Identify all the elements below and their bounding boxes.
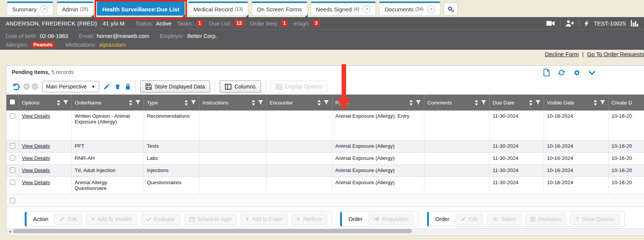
perspective-select[interactable]: Main Perspective ▼: [42, 81, 99, 92]
column-header-comments: Comments: [424, 95, 489, 111]
filter-funnel-icon[interactable]: [63, 100, 68, 105]
settings-cogs-button[interactable]: [444, 3, 457, 15]
show-questionnaire-button[interactable]: ? Show Questio: [570, 214, 620, 225]
view-details-link[interactable]: View Details: [22, 143, 50, 149]
filter-funnel-icon[interactable]: [481, 100, 486, 105]
view-details-link[interactable]: View Details: [22, 155, 50, 161]
plus-icon: +: [91, 216, 94, 222]
new-document-icon[interactable]: [543, 69, 550, 76]
row-checkbox[interactable]: [10, 180, 15, 185]
add-to-waitlist-button[interactable]: + Add To Waitlist: [86, 214, 137, 225]
esign-label: eSign:: [294, 20, 310, 27]
evaluate-button[interactable]: Evaluate: [141, 214, 180, 225]
flowsheet-chart-icon[interactable]: [631, 20, 638, 27]
filter-funnel-icon[interactable]: [324, 100, 329, 105]
add-to-exam-button[interactable]: Add to Exam: [241, 214, 288, 225]
allergy-badge[interactable]: Peanuts: [31, 41, 55, 48]
horizontal-scrollbar[interactable]: [7, 228, 644, 234]
employer-label: Employer:: [160, 33, 185, 39]
tab-count: (4): [354, 6, 359, 12]
filter-funnel-icon[interactable]: [416, 100, 421, 105]
sort-icon[interactable]: [475, 100, 478, 106]
due-list-label: Due List:: [209, 20, 231, 27]
sort-icon[interactable]: [409, 100, 413, 106]
tab-health-surveillance-due-list[interactable]: Health Surveillance:Due List: [97, 2, 185, 16]
row-checkbox[interactable]: [10, 113, 15, 118]
patient-name: ANDERSON, FREDERICK (FRED): [6, 20, 97, 27]
panel-header: Pending Items, 5 records: [6, 66, 644, 79]
display-options-button[interactable]: Display Options: [271, 81, 328, 93]
edit-perspective-pencil-icon[interactable]: [103, 83, 110, 90]
external-link-icon[interactable]: ↗: [427, 5, 435, 13]
gear-icon[interactable]: [573, 69, 581, 76]
panel-record-count: 5 records: [52, 69, 74, 75]
view-details-link[interactable]: View Details: [22, 167, 50, 173]
tab-medical-record[interactable]: Medical Record (13): [188, 2, 248, 16]
employer-value: Better Corp.: [187, 33, 217, 39]
bolt-icon[interactable]: [584, 20, 589, 27]
next-arrow-button[interactable]: ›: [32, 83, 38, 90]
order-edit-button[interactable]: Edit: [456, 214, 483, 225]
perform-button[interactable]: Perform: [291, 214, 327, 225]
refresh-icon[interactable]: [558, 69, 565, 76]
prev-arrow-button[interactable]: ‹: [23, 83, 30, 90]
sort-icon[interactable]: [593, 100, 597, 106]
filter-funnel-icon[interactable]: [191, 100, 196, 105]
edit-button[interactable]: Edit: [54, 214, 82, 225]
patient-details: Date of birth: 02-08-1983 Email: horner@…: [0, 29, 644, 50]
sort-icon[interactable]: [184, 100, 188, 106]
row-checkbox[interactable]: [10, 143, 15, 148]
video-camera-icon[interactable]: [546, 21, 555, 26]
filter-funnel-icon[interactable]: [600, 100, 605, 105]
sort-icon[interactable]: [252, 100, 255, 106]
scrollbar-thumb[interactable]: [13, 229, 412, 233]
columns-button[interactable]: Columns: [220, 81, 261, 93]
row-checkbox[interactable]: [10, 155, 15, 161]
order-req-count-badge[interactable]: 1: [281, 20, 288, 27]
collapse-chevron-down-icon[interactable]: [589, 71, 595, 75]
sort-icon[interactable]: [129, 100, 133, 106]
undo-icon[interactable]: [11, 82, 20, 91]
tab-count: (13): [235, 6, 243, 12]
sort-icon[interactable]: [317, 100, 321, 106]
tab-documents[interactable]: Documents (34) ↗: [379, 2, 440, 16]
order-status-button[interactable]: Status: [487, 214, 522, 225]
sort-icon[interactable]: [529, 100, 533, 106]
lock-perspective-icon[interactable]: [125, 83, 131, 90]
select-all-checkbox[interactable]: [10, 99, 15, 104]
filter-funnel-icon[interactable]: [535, 100, 541, 105]
dob-label: Date of birth:: [6, 33, 37, 39]
add-person-icon[interactable]: [565, 20, 574, 27]
go-to-order-requests-link[interactable]: Go To Order Requests: [587, 51, 644, 57]
decline-form-link[interactable]: Decline Form: [545, 51, 579, 57]
tab-label: Health Surveillance:Due List: [102, 6, 179, 13]
filter-funnel-icon[interactable]: [135, 100, 141, 105]
tab-on-screen-forms[interactable]: On Screen Forms: [252, 2, 307, 16]
tab-fold-corner-icon: [246, 14, 248, 17]
requisition-button[interactable]: Requisition: [369, 214, 414, 225]
tab-summary[interactable]: Summary ↗: [7, 2, 53, 16]
footer-checkbox[interactable]: [10, 198, 15, 203]
esign-count-badge[interactable]: 3: [313, 20, 320, 27]
view-details-link[interactable]: View Details: [22, 113, 50, 119]
due-list-count-badge[interactable]: 12: [234, 20, 244, 27]
grid-toolbar: ‹ › Main Perspective ▼ Store Displayed D…: [6, 79, 644, 95]
view-details-link[interactable]: View Details: [22, 180, 50, 185]
filter-funnel-icon[interactable]: [258, 100, 263, 105]
row-checkbox[interactable]: [10, 167, 15, 173]
tab-admin[interactable]: Admin (15): [57, 2, 93, 16]
tab-needs-signed[interactable]: Needs Signed (4) ↗: [311, 2, 376, 16]
order-revisions-button[interactable]: Revisions: [525, 214, 566, 225]
order-req-label: Order Req:: [250, 20, 278, 27]
sort-icon[interactable]: [57, 100, 60, 106]
tasks-count-badge[interactable]: 1: [196, 20, 203, 27]
schedule-appt-button[interactable]: Schedule Appt: [184, 214, 237, 225]
store-displayed-data-button[interactable]: Store Displayed Data: [140, 81, 210, 93]
question-mark-icon: ?: [576, 216, 579, 222]
external-link-icon[interactable]: ↗: [362, 5, 370, 13]
scroll-left-arrow-icon[interactable]: [9, 230, 11, 233]
delete-perspective-trash-icon[interactable]: [114, 83, 121, 90]
column-header-type: Type: [144, 95, 199, 111]
order-actions-bar: Order Edit Status Revisions ? Show Quest…: [427, 212, 625, 227]
external-link-icon[interactable]: ↗: [40, 5, 48, 13]
